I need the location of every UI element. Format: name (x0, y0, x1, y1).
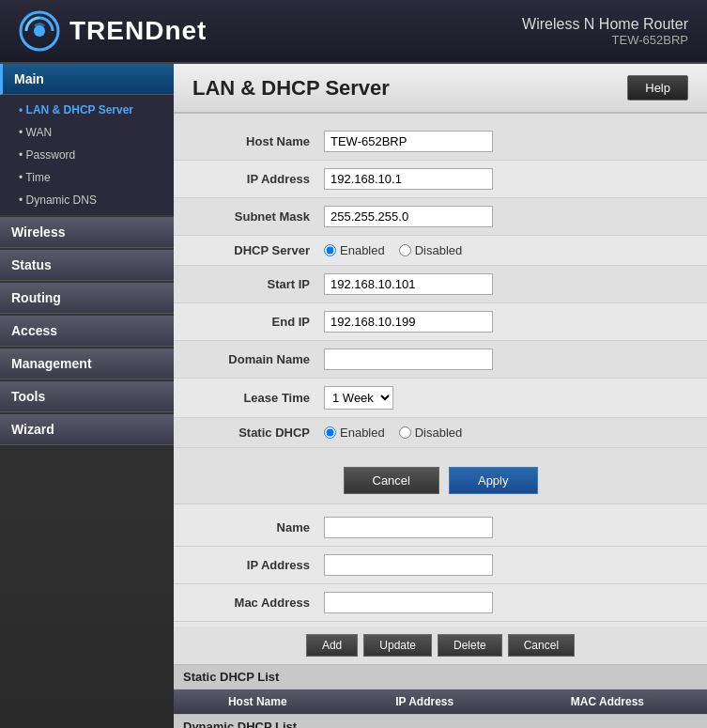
lease-time-control: 1 Week 1 Day 1 Hour (324, 384, 707, 411)
sidebar-section-wireless: Wireless (0, 217, 174, 248)
sidebar-item-wan[interactable]: WAN (0, 121, 174, 144)
form-row-dhcp-server: DHCP Server Enabled Disabled (174, 236, 707, 266)
end-ip-label: End IP (174, 315, 324, 329)
form-row-start-ip: Start IP (174, 266, 707, 303)
form-row-hostname: Host Name (174, 123, 707, 161)
dhcp-enabled-text: Enabled (340, 243, 385, 257)
page-title: LAN & DHCP Server (192, 76, 390, 101)
ip-address2-label: IP Address (174, 558, 324, 572)
mac-address-input[interactable] (324, 592, 493, 613)
static-enabled-label[interactable]: Enabled (324, 426, 385, 440)
static-col-hostname: Host Name (174, 689, 342, 714)
form-row-end-ip: End IP (174, 303, 707, 341)
static-disabled-label[interactable]: Disabled (399, 426, 463, 440)
name-label: Name (174, 520, 324, 534)
static-disabled-radio[interactable] (399, 426, 411, 439)
static-col-mac: MAC Address (508, 689, 707, 714)
dhcp-enabled-radio[interactable] (324, 244, 336, 256)
apply-button[interactable]: Apply (449, 467, 538, 494)
start-ip-label: Start IP (174, 277, 324, 291)
mac-address-label: Mac Address (174, 596, 324, 610)
domain-name-input[interactable] (324, 349, 493, 370)
subnet-mask-label: Subnet Mask (174, 209, 324, 224)
name-control (324, 515, 707, 540)
form-row-subnet: Subnet Mask (174, 198, 707, 236)
sidebar-header-main[interactable]: Main (0, 64, 174, 95)
dynamic-dhcp-list-header: Dynamic DHCP List (174, 714, 707, 728)
static-enabled-text: Enabled (340, 426, 385, 440)
host-name-control (324, 129, 707, 154)
main-layout: Main LAN & DHCP Server WAN Password Time… (0, 64, 707, 728)
cancel-button[interactable]: Cancel (344, 467, 439, 494)
crud-buttons-row: Add Update Delete Cancel (174, 627, 707, 664)
sidebar-section-tools: Tools (0, 381, 174, 412)
cancel2-button[interactable]: Cancel (508, 634, 575, 657)
form-row-name: Name (174, 509, 707, 547)
form-row-domain: Domain Name (174, 341, 707, 379)
mac-address-control (324, 590, 707, 615)
sidebar-section-management: Management (0, 349, 174, 379)
header: TRENDnet Wireless N Home Router TEW-652B… (0, 0, 707, 64)
static-col-ipaddress: IP Address (342, 689, 508, 714)
help-button[interactable]: Help (627, 75, 688, 101)
end-ip-control (324, 309, 707, 334)
domain-name-label: Domain Name (174, 352, 324, 366)
dhcp-enabled-label[interactable]: Enabled (324, 243, 385, 257)
static-dhcp-label: Static DHCP (174, 426, 324, 440)
dhcp-disabled-radio[interactable] (399, 244, 411, 256)
lease-time-label: Lease Time (174, 391, 324, 405)
ip-address-label: IP Address (174, 172, 324, 186)
sidebar-section-routing: Routing (0, 283, 174, 314)
delete-button[interactable]: Delete (438, 634, 502, 657)
sidebar-header-tools[interactable]: Tools (0, 381, 174, 412)
static-dhcp-table: Host Name IP Address MAC Address (174, 689, 707, 714)
product-name: Wireless N Home Router (522, 16, 688, 33)
static-dhcp-control: Enabled Disabled (324, 424, 707, 441)
start-ip-control (324, 271, 707, 297)
static-dhcp-form: Name IP Address Mac Address (174, 504, 707, 627)
ip-address2-input[interactable] (324, 554, 493, 576)
end-ip-input[interactable] (324, 311, 493, 333)
sidebar-header-access[interactable]: Access (0, 316, 174, 347)
sidebar-item-lan-dhcp[interactable]: LAN & DHCP Server (0, 99, 174, 121)
ip-address-input[interactable] (324, 168, 493, 190)
sidebar-header-wizard[interactable]: Wizard (0, 414, 174, 445)
form-row-ip2: IP Address (174, 547, 707, 584)
subnet-mask-input[interactable] (324, 206, 493, 227)
product-info: Wireless N Home Router TEW-652BRP (522, 16, 688, 47)
sidebar-item-password[interactable]: Password (0, 144, 174, 166)
dhcp-server-control: Enabled Disabled (324, 241, 707, 259)
sidebar-item-dynamic-dns[interactable]: Dynamic DNS (0, 189, 174, 211)
form-area: Host Name IP Address Subnet Mask (174, 114, 707, 457)
product-model: TEW-652BRP (522, 33, 688, 47)
add-button[interactable]: Add (306, 634, 358, 657)
sidebar-header-management[interactable]: Management (0, 349, 174, 379)
form-row-ipaddress: IP Address (174, 161, 707, 198)
logo-text: TRENDnet (69, 16, 207, 46)
dhcp-disabled-label[interactable]: Disabled (399, 243, 463, 257)
static-enabled-radio[interactable] (324, 426, 336, 439)
form-row-lease-time: Lease Time 1 Week 1 Day 1 Hour (174, 379, 707, 418)
update-button[interactable]: Update (363, 634, 432, 657)
sidebar-header-status[interactable]: Status (0, 250, 174, 281)
sidebar: Main LAN & DHCP Server WAN Password Time… (0, 64, 174, 728)
logo-area: TRENDnet (19, 10, 207, 52)
sidebar-header-routing[interactable]: Routing (0, 283, 174, 314)
lease-time-select[interactable]: 1 Week 1 Day 1 Hour (324, 386, 393, 410)
static-dhcp-list-section: Static DHCP List Host Name IP Address MA… (174, 664, 707, 714)
content-area: LAN & DHCP Server Help Host Name IP Addr… (174, 64, 707, 728)
main-buttons-row: Cancel Apply (174, 457, 707, 504)
content-header: LAN & DHCP Server Help (174, 64, 707, 114)
sidebar-header-wireless[interactable]: Wireless (0, 217, 174, 248)
form-row-mac: Mac Address (174, 584, 707, 622)
host-name-input[interactable] (324, 131, 493, 152)
sidebar-item-time[interactable]: Time (0, 166, 174, 189)
static-dhcp-list-header: Static DHCP List (174, 664, 707, 689)
ip-address2-control (324, 552, 707, 578)
ip-address-control (324, 166, 707, 192)
domain-name-control (324, 347, 707, 372)
host-name-label: Host Name (174, 134, 324, 148)
name-input[interactable] (324, 517, 493, 538)
start-ip-input[interactable] (324, 273, 493, 295)
trendnet-logo-icon (19, 10, 60, 52)
